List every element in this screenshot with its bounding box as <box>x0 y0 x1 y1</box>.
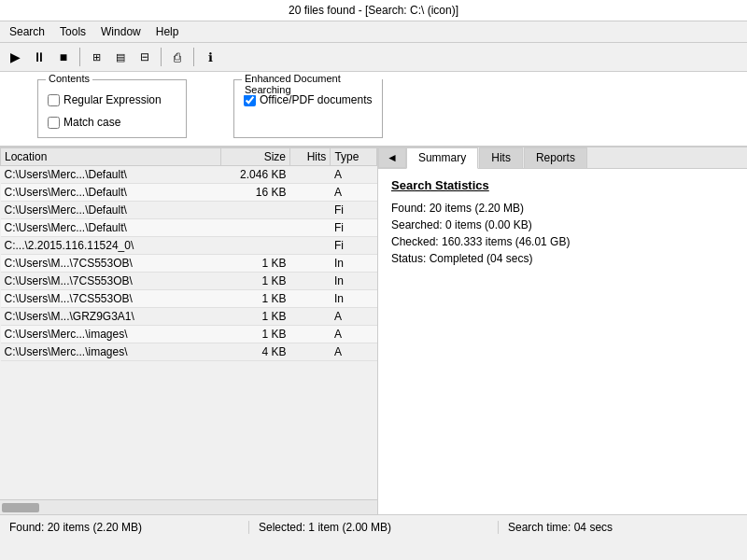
cell-location: C:\Users\Merc...\Default\ <box>1 184 221 202</box>
cell-hits <box>289 273 330 290</box>
split-button[interactable]: ▤ <box>109 46 132 68</box>
tab-hits[interactable]: Hits <box>479 147 523 168</box>
table-row[interactable]: C:\Users\M...\7CS553OB\ 1 KB In <box>1 255 377 273</box>
results-table: Location Size Hits Type C:\Users\Merc...… <box>0 147 377 361</box>
menu-tools[interactable]: Tools <box>54 23 92 40</box>
play-button[interactable]: ▶ <box>4 46 26 68</box>
info-button[interactable]: ℹ <box>199 46 221 68</box>
table-row[interactable]: C:\Users\Merc...\Default\ 16 KB A <box>1 184 377 202</box>
status-selected: Selected: 1 item (2.00 MB) <box>249 521 499 534</box>
cell-location: C:\Users\M...\GRZ9G3A1\ <box>1 308 221 326</box>
menu-window[interactable]: Window <box>95 23 147 40</box>
table-row[interactable]: C:\Users\Merc...\images\ 4 KB A <box>1 343 377 361</box>
menu-search[interactable]: Search <box>4 23 50 40</box>
match-case-checkbox[interactable] <box>48 117 60 129</box>
horizontal-scrollbar[interactable] <box>0 499 377 514</box>
cell-size: 16 KB <box>220 184 289 202</box>
table-row[interactable]: C:\Users\M...\GRZ9G3A1\ 1 KB A <box>1 308 377 326</box>
hscroll-thumb[interactable] <box>2 503 39 512</box>
cell-hits <box>289 166 330 184</box>
new-window-button[interactable]: ⊞ <box>85 46 107 68</box>
cell-hits <box>289 184 330 202</box>
table-row[interactable]: C:\Users\Merc...\Default\ Fi <box>1 219 377 237</box>
status-bar: Found: 20 items (2.20 MB) Selected: 1 it… <box>0 514 747 539</box>
stats-checked: Checked: 160.333 items (46.01 GB) <box>391 235 734 248</box>
cell-type: Fi <box>331 237 377 255</box>
table-row[interactable]: C:\Users\Merc...\Default\ Fi <box>1 202 377 219</box>
cell-size: 1 KB <box>220 290 289 308</box>
cell-type: A <box>331 308 377 326</box>
export-button[interactable]: ⊟ <box>134 46 156 68</box>
cell-type: In <box>331 290 377 308</box>
cell-location: C:\Users\M...\7CS553OB\ <box>1 290 221 308</box>
cell-type: Fi <box>331 219 377 237</box>
title-bar: 20 files found - [Search: C:\ (icon)] <box>0 0 747 21</box>
toolbar-separator-1 <box>79 48 80 66</box>
status-found: Found: 20 items (2.20 MB) <box>0 521 249 534</box>
office-pdf-checkbox[interactable] <box>244 94 256 106</box>
cell-size: 2.046 KB <box>220 166 289 184</box>
menu-help[interactable]: Help <box>150 23 185 40</box>
cell-size: 1 KB <box>220 326 289 343</box>
contents-group: Contents Regular Expression Match case <box>37 79 187 138</box>
results-scroll[interactable]: Location Size Hits Type C:\Users\Merc...… <box>0 147 377 499</box>
cell-type: A <box>331 184 377 202</box>
tab-arrow-left[interactable]: ◄ <box>378 147 406 168</box>
table-row[interactable]: C:\Users\M...\7CS553OB\ 1 KB In <box>1 273 377 290</box>
col-type: Type <box>331 148 377 166</box>
pause-button[interactable]: ⏸ <box>28 46 50 68</box>
toolbar-separator-2 <box>161 48 162 66</box>
cell-size: 4 KB <box>220 343 289 361</box>
cell-size: 1 KB <box>220 255 289 273</box>
tabs-bar: ◄ Summary Hits Reports <box>378 147 747 169</box>
cell-size <box>220 202 289 219</box>
results-body: C:\Users\Merc...\Default\ 2.046 KB A C:\… <box>1 166 377 361</box>
cell-type: A <box>331 166 377 184</box>
table-row[interactable]: C:...\2.2015.116.11524_0\ Fi <box>1 237 377 255</box>
cell-hits <box>289 237 330 255</box>
match-case-label: Match case <box>63 116 120 129</box>
cell-location: C:\Users\Merc...\images\ <box>1 326 221 343</box>
title-text: 20 files found - [Search: C:\ (icon)] <box>289 4 458 17</box>
tab-reports[interactable]: Reports <box>524 147 587 168</box>
cell-location: C:\Users\Merc...\Default\ <box>1 219 221 237</box>
stats-title: Search Statistics <box>391 178 734 192</box>
cell-size: 1 KB <box>220 308 289 326</box>
enhanced-group-title: Enhanced Document Searching <box>242 73 382 95</box>
stop-button[interactable]: ■ <box>52 46 75 68</box>
cell-location: C:\Users\Merc...\images\ <box>1 343 221 361</box>
cell-hits <box>289 343 330 361</box>
office-pdf-label: Office/PDF documents <box>260 93 373 106</box>
tab-content: Search Statistics Found: 20 items (2.20 … <box>378 169 747 514</box>
table-row[interactable]: C:\Users\Merc...\images\ 1 KB A <box>1 326 377 343</box>
regular-expression-row: Regular Expression <box>48 93 176 106</box>
cell-type: A <box>331 343 377 361</box>
stats-found: Found: 20 items (2.20 MB) <box>391 202 734 215</box>
main-content: Location Size Hits Type C:\Users\Merc...… <box>0 147 747 514</box>
cell-hits <box>289 326 330 343</box>
cell-type: In <box>331 273 377 290</box>
stats-searched: Searched: 0 items (0.00 KB) <box>391 218 734 231</box>
cell-location: C:\Users\Merc...\Default\ <box>1 202 221 219</box>
cell-location: C:\Users\M...\7CS553OB\ <box>1 255 221 273</box>
cell-location: C:\Users\M...\7CS553OB\ <box>1 273 221 290</box>
cell-type: Fi <box>331 202 377 219</box>
results-panel: Location Size Hits Type C:\Users\Merc...… <box>0 147 378 514</box>
office-pdf-row: Office/PDF documents <box>244 93 373 106</box>
print-button[interactable]: ⎙ <box>166 46 189 68</box>
regular-expression-label: Regular Expression <box>63 93 162 106</box>
table-row[interactable]: C:\Users\M...\7CS553OB\ 1 KB In <box>1 290 377 308</box>
details-panel: ◄ Summary Hits Reports Search Statistics… <box>378 147 747 514</box>
menu-bar: Search Tools Window Help <box>0 21 747 43</box>
contents-group-title: Contents <box>46 73 92 84</box>
cell-hits <box>289 290 330 308</box>
cell-hits <box>289 219 330 237</box>
tab-summary[interactable]: Summary <box>406 147 478 169</box>
search-options: Contents Regular Expression Match case E… <box>0 72 747 147</box>
cell-size <box>220 237 289 255</box>
stats-status: Status: Completed (04 secs) <box>391 252 734 265</box>
table-row[interactable]: C:\Users\Merc...\Default\ 2.046 KB A <box>1 166 377 184</box>
col-location: Location <box>1 148 221 166</box>
col-size: Size <box>220 148 289 166</box>
regular-expression-checkbox[interactable] <box>48 94 60 106</box>
